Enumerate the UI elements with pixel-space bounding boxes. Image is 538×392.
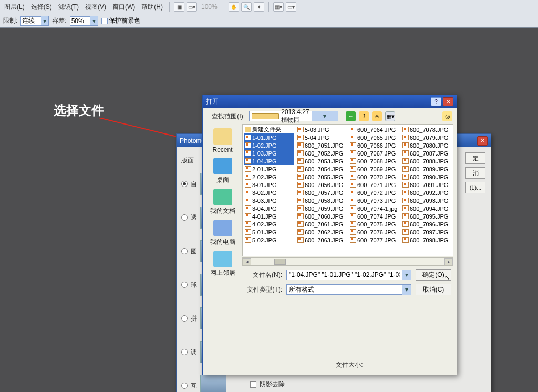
chevron-down-icon[interactable]: ▾ — [41, 16, 48, 25]
file-item[interactable]: 600_7061.JPG — [296, 220, 347, 228]
file-item[interactable]: 3-03.JPG — [244, 197, 294, 204]
zoom-display[interactable]: 100% — [199, 3, 220, 11]
new-folder-icon[interactable]: ✳ — [372, 111, 382, 121]
open-dialog-titlebar[interactable]: 打开 ? ✕ — [203, 95, 457, 108]
file-item[interactable]: 5-03.JPG — [296, 126, 347, 133]
cancel-button[interactable]: 消 — [465, 167, 485, 179]
limit-input[interactable] — [21, 17, 41, 25]
file-item[interactable]: 600_7056.JPG — [296, 181, 347, 189]
file-item[interactable]: 600_7072.JPG — [349, 189, 399, 197]
file-item[interactable]: 600_7090.JPG — [401, 173, 452, 181]
file-item[interactable]: 600_7078.JPG — [401, 126, 452, 133]
tolerance-input[interactable] — [70, 17, 90, 25]
file-item[interactable]: 600_7069.JPG — [349, 165, 399, 173]
file-item[interactable]: 600_7076.JPG — [349, 228, 399, 236]
scroll-left-icon[interactable]: ◂ — [243, 258, 251, 265]
chevron-down-icon[interactable]: ▾ — [312, 111, 338, 121]
find-target-icon[interactable]: ◎ — [442, 111, 452, 121]
file-item[interactable]: 600_7063.JPG — [296, 236, 347, 244]
file-item[interactable]: 5-01.JPG — [244, 228, 294, 236]
file-item[interactable]: 600_7092.JPG — [401, 189, 452, 197]
file-item[interactable]: 600_7079.JPG — [401, 133, 452, 141]
file-item[interactable]: 600_7062.JPG — [296, 228, 347, 236]
place-my-computer[interactable]: 我的电脑 — [205, 219, 241, 247]
zoom-tool-icon[interactable]: 🔍 — [241, 2, 252, 12]
file-item[interactable]: 3-01.JPG — [244, 181, 294, 189]
menu-filter[interactable]: 滤镜(T) — [56, 2, 81, 13]
file-item[interactable]: 600_7071.JPG — [349, 181, 399, 189]
place-desktop[interactable]: 桌面 — [205, 157, 241, 185]
file-item[interactable]: 4-01.JPG — [244, 212, 294, 220]
back-icon[interactable]: ← — [346, 111, 356, 121]
file-item[interactable]: 5-02.JPG — [244, 236, 294, 244]
menu-select[interactable]: 选择(S) — [29, 2, 54, 13]
file-item[interactable]: 600_7054.JPG — [296, 165, 347, 173]
file-item[interactable]: 600_7080.JPG — [401, 141, 452, 149]
ok-button[interactable]: 定 — [465, 152, 485, 164]
file-item[interactable]: 4-02.JPG — [244, 220, 294, 228]
file-item[interactable]: 1-01.JPG — [244, 133, 294, 141]
screen-mode-icon[interactable]: ▭▾ — [187, 2, 197, 12]
folder-item[interactable]: 新建文件夹 — [244, 126, 294, 133]
menu-window[interactable]: 窗口(W) — [110, 2, 137, 13]
file-item[interactable]: 600_7087.JPG — [401, 149, 452, 157]
file-item[interactable]: 600_7095.JPG — [401, 212, 452, 220]
file-item[interactable]: 600_7091.JPG — [401, 181, 452, 189]
file-item[interactable]: 600_7065.JPG — [349, 133, 399, 141]
filename-input[interactable] — [287, 271, 402, 279]
file-item[interactable]: 600_7073.JPG — [349, 197, 399, 204]
filetype-input[interactable] — [287, 285, 402, 294]
open-cancel-button[interactable]: 取消(C) — [416, 284, 451, 295]
file-item[interactable]: 600_7059.JPG — [296, 204, 347, 212]
view-menu-icon[interactable]: ▦▾ — [385, 111, 395, 121]
place-my-documents[interactable]: 我的文档 — [205, 188, 241, 216]
open-ok-button[interactable]: 确定(O) ↖ — [416, 269, 451, 281]
limit-combo[interactable]: ▾ — [20, 16, 49, 26]
file-item[interactable]: 600_7089.JPG — [401, 165, 452, 173]
protect-foreground-checkbox[interactable]: 保护前景色 — [101, 16, 140, 25]
load-button[interactable]: (L)... — [465, 182, 485, 193]
scroll-right-icon[interactable]: ▸ — [444, 258, 453, 265]
file-item[interactable]: 600_7075.JPG — [349, 220, 399, 228]
chevron-down-icon[interactable]: ▾ — [402, 270, 411, 280]
file-item[interactable]: 600_7058.JPG — [296, 197, 347, 204]
close-icon[interactable]: ✕ — [477, 136, 488, 146]
horizontal-scrollbar[interactable]: ◂ ▸ — [242, 257, 453, 266]
place-network[interactable]: 网上邻居 — [205, 250, 241, 278]
help-icon[interactable]: ? — [431, 97, 441, 106]
file-item[interactable]: 600_7057.JPG — [296, 189, 347, 197]
menu-view[interactable]: 视图(V) — [83, 2, 108, 13]
file-item[interactable]: 1-02.JPG — [244, 141, 294, 149]
filetype-combo[interactable]: ▾ — [286, 284, 411, 295]
arrange-icon[interactable]: ▦▾ — [273, 2, 284, 12]
chevron-down-icon[interactable]: ▾ — [402, 285, 411, 295]
chevron-down-icon[interactable]: ▾ — [90, 16, 98, 25]
file-item[interactable]: 600_7053.JPG — [296, 157, 347, 165]
file-item[interactable]: 600_7060.JPG — [296, 212, 347, 220]
file-item[interactable]: 600_7077.JPG — [349, 236, 399, 244]
file-item[interactable]: 1-04.JPG — [244, 157, 294, 165]
file-item[interactable]: 600_7097.JPG — [401, 228, 452, 236]
filename-combo[interactable]: ▾ — [286, 270, 411, 280]
file-item[interactable]: 600_7093.JPG — [401, 197, 452, 204]
file-item[interactable]: 600_7064.JPG — [349, 126, 399, 133]
file-item[interactable]: 600_7074-1.jpg — [349, 204, 399, 212]
file-item[interactable]: 600_7096.JPG — [401, 220, 452, 228]
menu-layer[interactable]: 图层(L) — [2, 2, 27, 13]
file-item[interactable]: 600_7052.JPG — [296, 149, 347, 157]
rotate-view-icon[interactable]: ✦ — [254, 2, 264, 12]
file-item[interactable]: 3-04.JPG — [244, 204, 294, 212]
file-item[interactable]: 600_7068.JPG — [349, 157, 399, 165]
file-item[interactable]: 600_7066.JPG — [349, 141, 399, 149]
file-item[interactable]: 2-01.JPG — [244, 165, 294, 173]
file-item[interactable]: 600_7094.JPG — [401, 204, 452, 212]
file-item[interactable]: 600_7098.JPG — [401, 236, 452, 244]
scroll-thumb[interactable] — [274, 259, 286, 265]
file-item[interactable]: 600_7055.JPG — [296, 173, 347, 181]
close-icon[interactable]: ✕ — [443, 97, 453, 106]
hand-tool-icon[interactable]: ✋ — [229, 2, 239, 12]
file-item[interactable]: 600_7088.JPG — [401, 157, 452, 165]
screen-icon[interactable]: ▭▾ — [286, 2, 296, 12]
file-item[interactable]: 1-03.JPG — [244, 149, 294, 157]
vignette-removal-checkbox[interactable]: 阴影去除 — [250, 380, 297, 389]
